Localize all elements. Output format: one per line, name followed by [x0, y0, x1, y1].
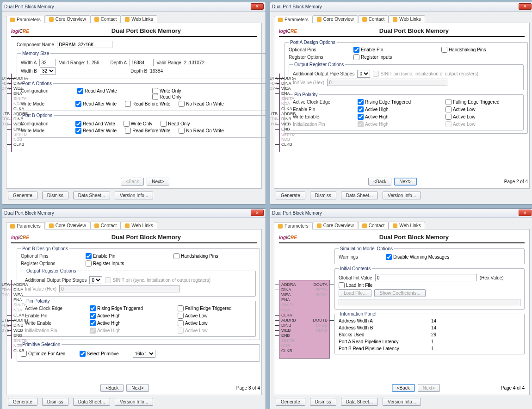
cfg-a-rw[interactable]: Read And Write [77, 88, 147, 94]
handshaking-check[interactable]: Handshaking Pins [441, 47, 515, 53]
close-icon[interactable]: ✕ [519, 210, 532, 216]
back-button[interactable]: <Back [392, 384, 415, 392]
back-button[interactable]: <Back [368, 178, 391, 186]
width-a-input[interactable] [39, 59, 56, 66]
tab-panel: logiCRE Dual Port Block Memory ADDRADINA… [6, 23, 262, 189]
datasheet-button[interactable]: Data Sheet... [341, 398, 378, 406]
version-button[interactable]: Version Info... [115, 192, 153, 199]
show-coef-button[interactable]: Show Coefficients... [374, 289, 425, 297]
tab-web-links[interactable]: Web Links [121, 15, 157, 23]
load-file-button[interactable]: Load File... [339, 289, 371, 297]
tab-contact[interactable]: Contact [358, 222, 389, 229]
generate-button[interactable]: Generate [276, 192, 305, 199]
titlebar[interactable]: Dual Port Block Memory ✕ [270, 209, 532, 218]
we-ah-check[interactable]: Active High [358, 114, 441, 120]
wm-a-rbw[interactable]: Read Before Write [125, 101, 170, 107]
register-inputs-check[interactable]: Register Inputs [86, 260, 169, 266]
version-button[interactable]: Version Info... [115, 398, 153, 406]
port-a-options: Port A Options Configuration Read And Wr… [17, 81, 266, 111]
ep-al-check[interactable]: Active Low [445, 106, 520, 112]
info-value: 1 [431, 346, 459, 351]
port-b-options: Port B Options Configuration Read And Wr… [17, 113, 266, 138]
next-button[interactable]: Next> [394, 178, 416, 186]
wm-a-nrow[interactable]: No Read On Write [179, 101, 224, 107]
next-button[interactable]: Next> [418, 384, 440, 392]
pipe-stages-select[interactable]: 0 [89, 276, 102, 284]
titlebar[interactable]: Dual Port Block Memory ✕ [270, 2, 532, 12]
close-icon[interactable]: ✕ [251, 3, 264, 10]
next-button[interactable]: Next> [126, 384, 148, 392]
back-button[interactable]: <Back [100, 384, 124, 392]
falling-edge-check[interactable]: Falling Edge Triggered [445, 99, 520, 105]
tab-contact[interactable]: Contact [358, 15, 389, 23]
primitive-select[interactable]: 16kx1 [133, 350, 155, 358]
tab-contact[interactable]: Contact [90, 222, 121, 229]
cfg-a-wo[interactable]: Write Only [152, 88, 222, 94]
version-button[interactable]: Version Info... [383, 192, 421, 199]
generate-button[interactable]: Generate [8, 192, 37, 199]
width-b-select[interactable]: 32 [40, 67, 56, 75]
we-al-check[interactable]: Active Low [445, 114, 520, 120]
global-init-input[interactable] [375, 274, 477, 281]
version-button[interactable]: Version Info... [383, 398, 421, 406]
cfg-b-wo[interactable]: Write Only [124, 121, 153, 127]
info-label: Blocks Used [339, 332, 431, 337]
sinit-check[interactable]: SINIT pin (sync. initialization of outpu… [105, 277, 210, 283]
rising-edge-check[interactable]: Rising Edge Triggered [358, 99, 441, 105]
component-name-input[interactable] [57, 41, 112, 48]
register-inputs-check[interactable]: Register Inputs [353, 54, 437, 60]
chip-diagram: ADDRADINAWEAENASINITANDACLKAADDRBDINBWEB… [11, 40, 12, 186]
titlebar[interactable]: Dual Port Block Memory ✕ [2, 209, 266, 218]
page-indicator: Page 3 of 4 [236, 385, 260, 390]
tab-web-links[interactable]: Web Links [389, 15, 425, 23]
tab-web-links[interactable]: Web Links [121, 222, 157, 229]
select-primitive-check[interactable]: Select Primitive [80, 351, 119, 357]
datasheet-button[interactable]: Data Sheet... [341, 192, 378, 199]
datasheet-button[interactable]: Data Sheet... [73, 192, 110, 199]
wm-b-nrow[interactable]: No Read On Write [179, 128, 224, 134]
handshaking-check[interactable]: Handshaking Pins [173, 253, 247, 259]
generate-button[interactable]: Generate [8, 398, 37, 406]
close-icon[interactable]: ✕ [251, 210, 264, 216]
dismiss-button[interactable]: Dismiss [310, 398, 336, 406]
cfg-b-rw[interactable]: Read And Write [75, 121, 115, 127]
depth-a-input[interactable] [130, 59, 154, 66]
pipe-stages-select[interactable]: 0 [357, 70, 370, 78]
load-init-check[interactable]: Load Init File [339, 282, 372, 288]
simulation-model-options: Simulation Model Options Warnings Disabl… [334, 246, 525, 264]
close-icon[interactable]: ✕ [519, 3, 532, 10]
tab-core-overview[interactable]: Core Overview [45, 15, 90, 23]
back-button[interactable]: <Back [121, 178, 144, 186]
optimize-area-check[interactable]: Optimize For Area [21, 351, 66, 357]
wm-a-raw[interactable]: Read After Write [75, 101, 117, 107]
tab-parameters[interactable]: Parameters [274, 16, 313, 23]
generate-button[interactable]: Generate [276, 398, 305, 406]
init-value-input [327, 79, 447, 86]
enable-pin-check[interactable]: Enable Pin [353, 47, 437, 53]
tab-parameters[interactable]: Parameters [6, 16, 45, 23]
page-indicator: Page 2 of 4 [504, 179, 528, 184]
tab-parameters[interactable]: Parameters [6, 222, 45, 229]
next-button[interactable]: Next> [147, 178, 169, 186]
dismiss-button[interactable]: Dismiss [42, 398, 68, 406]
wm-b-raw[interactable]: Read After Write [75, 128, 117, 134]
logo: logiCRE [11, 27, 29, 34]
dismiss-button[interactable]: Dismiss [310, 192, 336, 199]
cfg-b-ro[interactable]: Read Only [161, 121, 190, 127]
cfg-a-ro[interactable]: Read Only [152, 94, 222, 100]
tab-contact[interactable]: Contact [90, 15, 121, 23]
wm-b-rbw[interactable]: Read Before Write [125, 128, 170, 134]
ep-ah-check[interactable]: Active High [358, 106, 441, 112]
tab-core-overview[interactable]: Core Overview [313, 222, 358, 229]
tab-core-overview[interactable]: Core Overview [313, 15, 358, 23]
datasheet-button[interactable]: Data Sheet... [73, 398, 110, 406]
page-indicator: Page 4 of 4 [501, 385, 525, 390]
enable-pin-check[interactable]: Enable Pin [86, 253, 169, 259]
dismiss-button[interactable]: Dismiss [42, 192, 68, 199]
sinit-check[interactable]: SINIT pin (sync. initialization of outpu… [373, 71, 478, 77]
disable-warnings-check[interactable]: Disable Warning Messages [386, 254, 449, 260]
tab-parameters[interactable]: Parameters [274, 222, 313, 229]
tab-web-links[interactable]: Web Links [389, 222, 425, 229]
tab-core-overview[interactable]: Core Overview [45, 222, 90, 229]
titlebar[interactable]: Dual Port Block Memory ✕ [2, 2, 266, 12]
